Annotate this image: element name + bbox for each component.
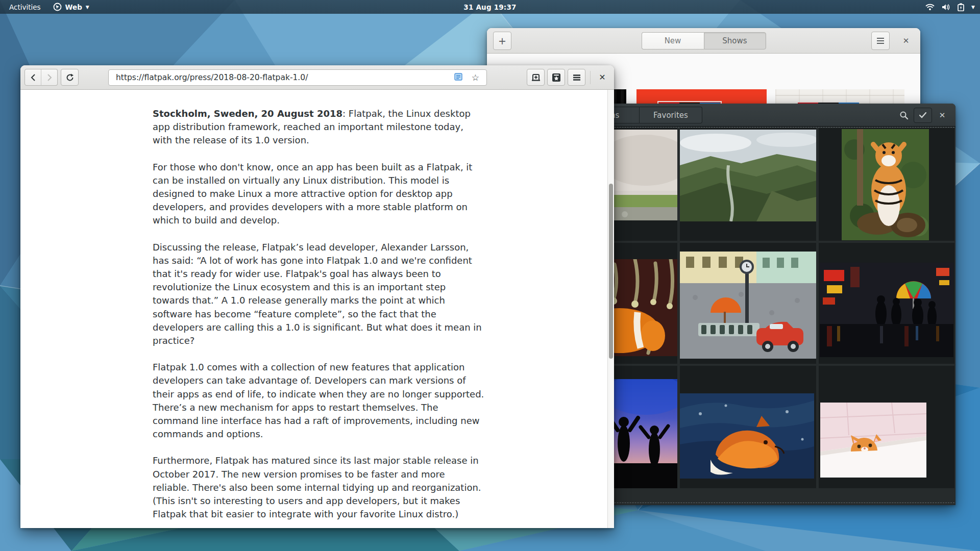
paragraph: For those who don't know, once an app ha… (153, 161, 484, 228)
photo-thumbnail-cat-peek[interactable] (819, 366, 954, 488)
hamburger-menu-icon (573, 74, 580, 81)
gnome-top-bar: Activities Web ▼ 31 Aug 19:37 ▼ (0, 0, 980, 14)
scrollbar[interactable] (607, 90, 614, 528)
article-text: Stockholm, Sweden, 20 August 2018: Flatp… (153, 107, 484, 528)
chevron-down-icon: ▼ (971, 5, 975, 10)
header-separator (590, 71, 591, 84)
paragraph-dateline: Stockholm, Sweden, 20 August 2018: Flatp… (153, 107, 484, 147)
paragraph: Flatpak 1.0 comes with a collection of n… (153, 361, 484, 441)
tab-new[interactable]: New (642, 32, 704, 49)
podcasts-view-switcher: New Shows (642, 32, 766, 49)
photo-thumbnail-mountain-valley[interactable] (680, 128, 816, 241)
browser-headerbar: https://flatpak.org/press/2018-08-20-fla… (20, 65, 614, 90)
photo-thumbnail-rainy-street[interactable] (819, 243, 954, 364)
chevron-down-icon: ▼ (86, 5, 89, 10)
selection-mode-button[interactable] (914, 108, 932, 123)
photo-thumbnail-tiger[interactable] (819, 128, 954, 241)
system-status-area[interactable]: ▼ (925, 3, 975, 11)
url-bar[interactable]: https://flatpak.org/press/2018-08-20-fla… (108, 69, 487, 86)
check-icon (919, 112, 926, 118)
bookmarks-icon (552, 73, 561, 82)
scrollbar-thumb[interactable] (609, 184, 613, 359)
podcasts-headerbar: + New Shows ✕ (487, 28, 920, 54)
paragraph: Discussing the release, Flatpak’s lead d… (153, 241, 484, 348)
url-text: https://flatpak.org/press/2018-08-20-fla… (116, 73, 454, 82)
new-tab-icon (531, 73, 541, 82)
back-icon (31, 74, 36, 81)
app-menu-web[interactable]: Web ▼ (53, 3, 89, 11)
new-tab-button[interactable] (527, 69, 545, 86)
reload-icon (66, 73, 74, 82)
add-podcast-button[interactable]: + (493, 32, 511, 50)
forward-button[interactable] (41, 69, 58, 86)
photo-thumbnail-fox-art[interactable] (680, 366, 816, 488)
bookmarks-button[interactable] (547, 69, 565, 86)
search-icon (899, 111, 909, 120)
reload-button[interactable] (61, 69, 79, 86)
volume-icon (942, 4, 950, 11)
bookmark-star-icon[interactable]: ☆ (472, 72, 479, 83)
search-button[interactable] (897, 109, 911, 121)
photo-thumbnail-street-red-car[interactable] (680, 243, 816, 364)
browser-close-button[interactable]: ✕ (595, 69, 610, 86)
reader-mode-icon[interactable] (454, 73, 462, 83)
browser-viewport: Stockholm, Sweden, 20 August 2018: Flatp… (20, 90, 614, 528)
clock[interactable]: 31 Aug 19:37 (463, 3, 516, 11)
podcasts-close-button[interactable]: ✕ (900, 35, 912, 47)
forward-icon (47, 74, 52, 81)
back-button[interactable] (24, 69, 41, 86)
browser-menu-button[interactable] (568, 69, 585, 86)
web-app-icon (53, 3, 62, 11)
tab-favorites[interactable]: Favorites (640, 107, 702, 123)
activities-button[interactable]: Activities (6, 3, 44, 11)
tab-shows[interactable]: Shows (704, 32, 766, 49)
wifi-icon (925, 4, 935, 11)
photos-close-button[interactable]: ✕ (936, 109, 948, 121)
battery-charging-icon (958, 3, 964, 11)
podcasts-menu-button[interactable] (871, 32, 890, 50)
web-browser-window: https://flatpak.org/press/2018-08-20-fla… (20, 65, 614, 528)
paragraph: Furthermore, Flatpak has matured since i… (153, 454, 484, 521)
app-menu-label: Web (65, 3, 82, 11)
